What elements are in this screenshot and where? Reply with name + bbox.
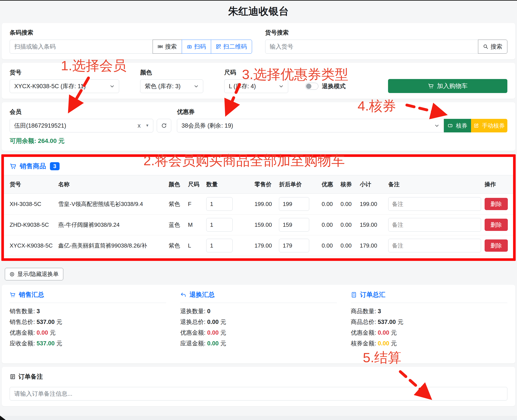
summary-line: 销售总价: 537.00 元: [10, 318, 166, 326]
col-header-subtotal: 小计: [358, 175, 387, 194]
refresh-icon: [161, 123, 167, 129]
search-icon: [483, 44, 488, 49]
table-header-row: 货号 名称 颜色 尺码 数量 零售价 折后单价 优惠 核券 小计 备注 操作: [4, 175, 513, 194]
color-select-group: 颜色 紫色 (库存: 3): [140, 68, 203, 93]
return-mode-toggle[interactable]: [305, 83, 318, 90]
color-select-value: 紫色 (库存: 3): [145, 82, 193, 90]
payable-strip: 应付金额: 537.00 元: [0, 416, 517, 420]
manual-verify-button[interactable]: 手动核券: [471, 119, 507, 132]
qty-input[interactable]: [206, 218, 233, 232]
row-note-input[interactable]: [388, 218, 481, 232]
row-note-input[interactable]: [388, 239, 481, 252]
col-header-size: 尺码: [186, 175, 205, 194]
sale-items-card: 销售商品 3 货号 名称 颜色 尺码 数量 零售价 折后单价 优惠: [4, 157, 513, 258]
toggle-return-panel-button[interactable]: 显示/隐藏退换单: [5, 268, 63, 280]
cell-discount: 0.00: [320, 215, 339, 235]
summary-line: 优惠金额: 0.00 元: [10, 329, 166, 337]
return-summary-title-label: 退换汇总: [190, 290, 215, 299]
sku-search-button-label: 搜索: [491, 43, 502, 51]
cell-size: M: [186, 215, 205, 235]
annotation-highlight-box: 销售商品 3 货号 名称 颜色 尺码 数量 零售价 折后单价 优惠: [1, 154, 516, 261]
sku-search-label: 货号搜索: [265, 29, 508, 37]
coupon-label: 优惠券: [177, 108, 507, 116]
cart-check-icon: [10, 292, 16, 298]
sku-select[interactable]: XYCX-K9038-5C (库存: 11): [10, 79, 119, 93]
add-to-cart-button[interactable]: 加入购物车: [388, 79, 507, 93]
cell-discount: 0.00: [320, 194, 339, 215]
return-mode-label: 退换模式: [322, 82, 346, 90]
col-header-color: 颜色: [167, 175, 186, 194]
cell-coupon: 0.00: [339, 235, 358, 256]
cell-subtotal: 179.00: [358, 235, 387, 256]
table-row: ZHD-K9038-5C 燕-牛仔阔腿裤9038/9.24 蓝色 M 159.0…: [4, 215, 513, 235]
cart-plus-icon: [10, 163, 17, 170]
summary-line: 优惠金额: 0.00 元: [351, 329, 507, 337]
member-balance: 可用余额: 264.00 元: [10, 137, 171, 145]
col-header-note: 备注: [387, 175, 483, 194]
summary-line: 优惠金额: 0.00 元: [180, 329, 337, 337]
qty-input[interactable]: [206, 239, 233, 252]
sale-items-title: 销售商品: [10, 162, 46, 171]
cell-subtotal: 199.00: [358, 194, 387, 215]
order-summary-title: 订单总汇: [351, 290, 507, 303]
color-label: 颜色: [140, 68, 203, 76]
scan-code-button[interactable]: 扫码: [182, 40, 211, 54]
chevron-down-icon: [193, 83, 199, 89]
chevron-down-icon: [278, 83, 284, 89]
balance-label: 可用余额:: [10, 137, 36, 144]
qty-input[interactable]: [206, 197, 233, 211]
search-card: 条码搜索 搜索 扫码 扫二维码 货号搜索: [2, 23, 515, 59]
table-row: XH-3038-5C 雪皇-V领高配密熊绒毛衫3038/9.4 紫色 F 199…: [4, 194, 513, 215]
cell-sku: XH-3038-5C: [4, 194, 56, 215]
cell-coupon: 0.00: [339, 194, 358, 215]
sku-search-button[interactable]: 搜索: [478, 40, 507, 54]
order-note-card: 订单备注: [2, 367, 515, 406]
discount-price-input[interactable]: [279, 218, 309, 232]
clear-icon[interactable]: x: [137, 122, 141, 129]
pencil-icon: [474, 123, 479, 128]
verify-coupon-button[interactable]: 核券: [444, 119, 471, 132]
col-header-action: 操作: [483, 175, 513, 194]
sales-summary-title: 销售汇总: [10, 290, 166, 303]
barcode-search-button[interactable]: 搜索: [153, 40, 182, 54]
member-coupon-card: 会员 伍田(18672919521) x ▼ 可用余额: 264.00 元 优惠…: [2, 102, 515, 151]
cell-discount: 0.00: [320, 235, 339, 256]
scan-code-button-label: 扫码: [194, 43, 206, 51]
scan-qr-button[interactable]: 扫二维码: [211, 40, 252, 54]
add-to-cart-label: 加入购物车: [437, 82, 468, 90]
cell-color: 蓝色: [167, 215, 186, 235]
member-select[interactable]: 伍田(18672919521) x ▼: [10, 119, 153, 132]
order-note-input[interactable]: [10, 387, 507, 400]
item-count-badge: 3: [50, 162, 60, 170]
delete-row-button[interactable]: 删除: [485, 198, 508, 210]
summary-line: 应收金额: 537.00 元: [10, 339, 166, 347]
document-icon: [10, 374, 16, 380]
member-refresh-button[interactable]: [157, 119, 171, 132]
summary-card: 销售汇总 销售数量: 3 销售总价: 537.00 元 优惠金额: 0.00 元…: [2, 285, 515, 363]
member-group: 会员 伍田(18672919521) x ▼ 可用余额: 264.00 元: [10, 108, 171, 145]
sku-select-value: XYCX-K9038-5C (库存: 11): [14, 82, 109, 90]
barcode-search-input[interactable]: [10, 40, 153, 54]
sku-select-group: 货号 XYCX-K9038-5C (库存: 11): [10, 68, 119, 93]
col-header-qty: 数量: [205, 175, 253, 194]
manual-verify-label: 手动核券: [482, 122, 505, 130]
color-select[interactable]: 紫色 (库存: 3): [140, 79, 203, 93]
coupon-select-value: 38会员券 (剩余: 19): [182, 122, 434, 130]
camera-icon: [187, 44, 192, 49]
barcode-search-label: 条码搜索: [10, 29, 252, 37]
discount-price-input[interactable]: [279, 239, 309, 252]
row-note-input[interactable]: [388, 197, 481, 211]
sku-search-input[interactable]: [265, 40, 479, 54]
table-row: XYCX-K9038-5C 鑫亿-燕美丽斜直筒裤99038/8.26/补 紫色 …: [4, 235, 513, 256]
size-select-value: L (库存: 4): [229, 82, 278, 90]
cell-name: 雪皇-V领高配密熊绒毛衫3038/9.4: [56, 194, 167, 215]
delete-row-button[interactable]: 删除: [485, 219, 508, 231]
size-select[interactable]: L (库存: 4): [224, 79, 288, 93]
coupon-select[interactable]: 38会员券 (剩余: 19): [177, 119, 444, 132]
cell-name: 燕-牛仔阔腿裤9038/9.24: [56, 215, 167, 235]
col-header-discount: 优惠: [320, 175, 339, 194]
page-title: 朱红迪收银台: [0, 5, 517, 18]
summary-line: 核券金额: 0.00 元: [351, 339, 507, 347]
discount-price-input[interactable]: [279, 197, 309, 211]
delete-row-button[interactable]: 删除: [485, 240, 508, 252]
